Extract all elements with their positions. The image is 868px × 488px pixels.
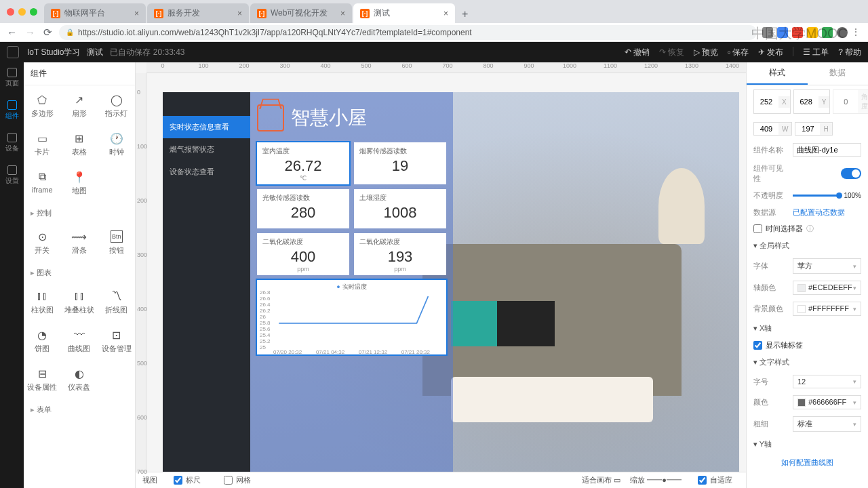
close-icon[interactable]: ×	[340, 9, 345, 18]
nav-devices[interactable]: 设备	[5, 133, 19, 153]
left-nav: 页面 组件 设备 设置	[0, 62, 24, 488]
comp-item[interactable]: ◯指示灯	[99, 88, 134, 124]
visibility-toggle[interactable]	[841, 168, 861, 179]
help-button[interactable]: ? 帮助	[838, 47, 861, 58]
bg-color-input[interactable]: #FFFFFFFF	[793, 302, 861, 316]
forward-button[interactable]: →	[24, 25, 37, 39]
tickets-button[interactable]: ☰ 工单	[803, 47, 829, 58]
comp-item[interactable]: ⊙开关	[25, 225, 60, 261]
comp-item[interactable]: ⧉iframe	[25, 165, 60, 201]
comp-item[interactable]: ⬠多边形	[25, 88, 60, 124]
close-icon[interactable]: ×	[134, 9, 139, 18]
browser-tab-active[interactable]: [·]测试×	[353, 3, 455, 23]
zoom-control[interactable]: 缩放 ━━●━━	[630, 475, 682, 485]
fontsize-select[interactable]: 12	[793, 375, 861, 388]
section-yaxis[interactable]: Y轴	[747, 435, 868, 453]
canvas[interactable]: 实时状态信息查看 燃气报警状态 设备状态查看 智慧小屋 室内温度26.72℃烟雾…	[146, 73, 746, 472]
component-name-input[interactable]	[793, 143, 861, 157]
metric-card[interactable]: 二氧化碳浓度193ppm	[354, 233, 446, 275]
close-icon[interactable]: ×	[237, 9, 242, 18]
lock-icon: 🔒	[66, 28, 74, 36]
save-button[interactable]: ▫ 保存	[728, 47, 749, 58]
metric-card[interactable]: 二氧化碳浓度400ppm	[257, 233, 349, 275]
timeselect-checkbox[interactable]	[753, 224, 762, 233]
comp-item[interactable]: ⊟设备属性	[25, 362, 60, 398]
page-name[interactable]: 测试	[87, 47, 103, 58]
comp-item[interactable]: 📍地图	[62, 165, 97, 201]
opacity-slider[interactable]	[793, 195, 840, 197]
rotate-input[interactable]: 角度	[833, 89, 868, 114]
chart-legend: 实时温度	[260, 283, 443, 291]
comp-item[interactable]: ⊞表格	[62, 127, 97, 163]
comp-item[interactable]: 〽折线图	[99, 285, 134, 321]
reload-button[interactable]: ⟳	[42, 25, 54, 40]
comp-item[interactable]: ◐仪表盘	[62, 362, 97, 398]
comp-item[interactable]: ↗扇形	[62, 88, 97, 124]
publish-button[interactable]: ✈ 发布	[758, 47, 783, 58]
tab-style[interactable]: 样式	[747, 62, 808, 85]
browser-tab[interactable]: [·]物联网平台×	[44, 3, 146, 23]
dashboard-title: 智慧小屋	[257, 99, 446, 142]
metric-card[interactable]: 烟雾传感器读数19	[354, 142, 446, 184]
extensions[interactable]: ⋮	[762, 27, 863, 38]
comp-item[interactable]: 🕐时钟	[99, 127, 134, 163]
metric-card[interactable]: 光敏传感器读数280	[257, 189, 349, 228]
comp-item[interactable]: Btn按钮	[99, 225, 134, 261]
pos-y-input[interactable]: Y	[793, 89, 831, 114]
comp-item[interactable]: ◔饼图	[25, 323, 60, 359]
grid-toggle[interactable]: 网格	[217, 472, 258, 488]
group-form[interactable]: 表单	[24, 401, 135, 419]
undo-button[interactable]: ↶ 撤销	[625, 47, 650, 58]
menu-item[interactable]: 燃气报警状态	[163, 138, 250, 161]
comp-item[interactable]: ⫿⫿柱状图	[25, 285, 60, 321]
tab-data[interactable]: 数据	[808, 62, 869, 85]
close-icon[interactable]: ×	[443, 9, 448, 18]
fit-canvas[interactable]: 适合画布 ▭	[582, 475, 620, 485]
metric-card[interactable]: 室内温度26.72℃	[257, 142, 349, 184]
comp-item[interactable]: ⊡设备管理	[99, 323, 134, 359]
group-chart[interactable]: 图表	[24, 264, 135, 282]
nav-pages[interactable]: 页面	[5, 68, 19, 88]
canvas-area: 0100200300400500600700800900100011001200…	[136, 62, 746, 488]
group-control[interactable]: 控制	[24, 204, 135, 222]
component-panel: 组件 ⬠多边形 ↗扇形 ◯指示灯 ▭卡片 ⊞表格 🕐时钟 ⧉iframe 📍地图…	[24, 62, 136, 488]
section-global[interactable]: 全局样式	[747, 237, 868, 255]
window-controls[interactable]	[7, 8, 37, 16]
section-textstyle[interactable]: 文字样式	[747, 353, 868, 371]
axis-color-input[interactable]: #ECEDEEFF	[793, 281, 861, 295]
back-button[interactable]: ←	[5, 25, 18, 39]
size-w-input[interactable]: W	[753, 122, 792, 136]
browser-tab[interactable]: [·]服务开发×	[147, 3, 249, 23]
app-logo[interactable]	[7, 46, 19, 58]
project-name[interactable]: IoT Studio学习	[27, 47, 80, 58]
dashboard-widget[interactable]: 实时状态信息查看 燃气报警状态 设备状态查看 智慧小屋 室内温度26.72℃烟雾…	[163, 92, 453, 472]
metric-card[interactable]: 土壤湿度1008	[354, 189, 446, 228]
new-tab-button[interactable]: +	[456, 5, 473, 23]
help-link[interactable]: 如何配置曲线图	[747, 453, 868, 472]
nav-components[interactable]: 组件	[5, 100, 19, 121]
section-xaxis[interactable]: X轴	[747, 319, 868, 338]
datasource-link[interactable]: 已配置动态数据	[793, 207, 845, 218]
redo-button[interactable]: ↷ 恢复	[659, 47, 684, 58]
chart-widget[interactable]: 实时温度 26.826.626.426.22625.825.625.425.22…	[257, 280, 446, 354]
preview-button[interactable]: ▷ 预览	[694, 47, 718, 58]
menu-item[interactable]: 设备状态查看	[163, 161, 250, 183]
size-h-input[interactable]: H	[795, 122, 832, 136]
menu-item[interactable]: 实时状态信息查看	[163, 116, 250, 138]
fontcolor-input[interactable]: #666666FF	[793, 395, 861, 409]
adapt-toggle[interactable]: 自适应	[691, 472, 739, 488]
comp-item[interactable]: ▭卡片	[25, 127, 60, 163]
nav-settings[interactable]: 设置	[5, 165, 19, 186]
url-input[interactable]: 🔒https://studio.iot.aliyun.com/web/a1243…	[59, 25, 757, 40]
comp-item[interactable]: 〰曲线图	[62, 323, 97, 359]
showlabel-checkbox[interactable]	[753, 341, 762, 350]
comp-item[interactable]: ⫿⫿堆叠柱状	[62, 285, 97, 321]
browser-tab[interactable]: [·]Web可视化开发×	[250, 3, 352, 23]
address-bar: ← → ⟳ 🔒https://studio.iot.aliyun.com/web…	[0, 23, 868, 42]
pos-x-input[interactable]: X	[753, 89, 791, 114]
ruler-toggle[interactable]: 标尺	[167, 472, 208, 488]
font-select[interactable]: 苹方	[793, 258, 861, 274]
comp-item[interactable]: ⟿滑条	[62, 225, 97, 261]
app-toolbar: IoT Studio学习 测试 已自动保存 20:33:43 ↶ 撤销 ↷ 恢复…	[0, 42, 868, 62]
fontweight-select[interactable]: 标准	[793, 416, 861, 432]
